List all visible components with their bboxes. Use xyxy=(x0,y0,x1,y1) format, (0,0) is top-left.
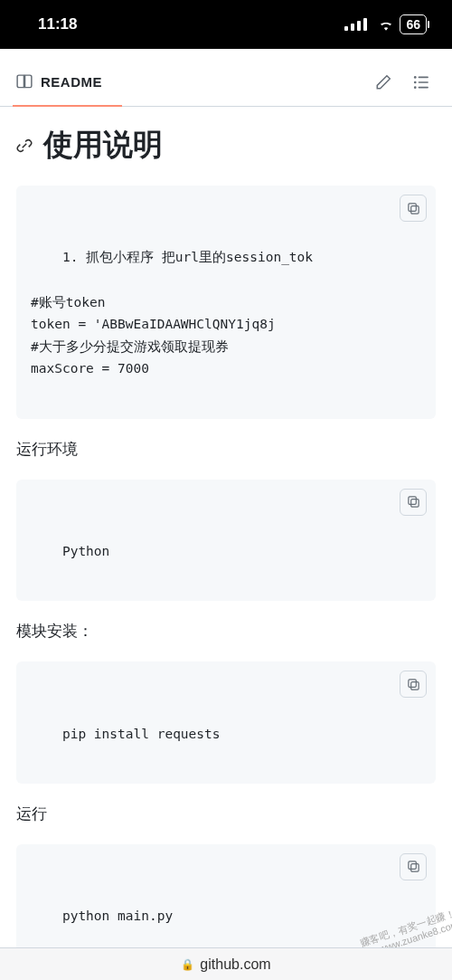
code-block-install: pip install requests xyxy=(16,661,436,784)
svg-rect-3 xyxy=(419,81,428,83)
svg-rect-13 xyxy=(408,861,415,869)
wifi-icon xyxy=(378,18,394,31)
section-install: 模块安装： xyxy=(16,621,436,642)
lock-icon: 🔒 xyxy=(181,958,194,971)
tab-readme-label: README xyxy=(41,74,102,90)
code-text: pip install requests xyxy=(62,727,221,741)
svg-rect-6 xyxy=(410,205,418,213)
svg-rect-9 xyxy=(408,497,415,504)
copy-icon xyxy=(407,860,420,873)
url-host: github.com xyxy=(200,956,270,973)
file-tabs: README xyxy=(0,58,452,107)
svg-point-2 xyxy=(414,81,417,83)
code-block-setup: 1. 抓包小程序 把url里的session_tok #账号token toke… xyxy=(16,186,436,419)
readme-content: 使用说明 1. 抓包小程序 把url里的session_tok #账号token… xyxy=(0,107,452,980)
browser-address-bar[interactable]: 🔒 github.com xyxy=(0,947,452,980)
code-text: Python xyxy=(62,544,109,558)
copy-icon xyxy=(407,202,420,215)
link-icon xyxy=(16,138,33,154)
copy-icon xyxy=(407,678,420,691)
svg-rect-11 xyxy=(408,680,415,687)
svg-rect-5 xyxy=(419,86,428,88)
battery-indicator: 66 xyxy=(400,14,427,34)
copy-button[interactable] xyxy=(400,489,427,516)
page-title: 使用说明 xyxy=(43,125,163,166)
copy-button[interactable] xyxy=(400,853,427,880)
svg-point-4 xyxy=(414,86,417,89)
section-env: 运行环境 xyxy=(16,439,436,460)
svg-rect-8 xyxy=(410,500,418,507)
tab-readme[interactable]: README xyxy=(16,58,102,106)
outline-button[interactable] xyxy=(407,68,436,97)
browser-top-spacer xyxy=(0,49,452,58)
book-icon xyxy=(16,74,33,90)
copy-icon xyxy=(407,495,420,509)
heading-row: 使用说明 xyxy=(16,125,436,166)
code-text: python main.py xyxy=(62,909,173,923)
code-text: 1. 抓包小程序 把url里的session_tok #账号token toke… xyxy=(31,250,313,376)
status-right: 66 xyxy=(344,14,427,34)
svg-rect-7 xyxy=(408,203,415,210)
edit-button[interactable] xyxy=(369,68,398,97)
copy-button[interactable] xyxy=(400,671,427,698)
list-icon xyxy=(413,74,429,90)
anchor-link[interactable] xyxy=(16,138,38,154)
pencil-icon xyxy=(375,74,391,90)
svg-rect-1 xyxy=(419,76,428,78)
svg-rect-10 xyxy=(410,682,418,690)
code-block-env: Python xyxy=(16,480,436,602)
svg-rect-12 xyxy=(410,864,418,871)
copy-button[interactable] xyxy=(400,195,427,222)
status-time: 11:18 xyxy=(38,15,77,33)
section-run: 运行 xyxy=(16,804,436,824)
status-bar: 11:18 66 xyxy=(0,0,452,49)
svg-point-0 xyxy=(414,76,417,79)
cellular-signal-icon xyxy=(344,18,367,31)
